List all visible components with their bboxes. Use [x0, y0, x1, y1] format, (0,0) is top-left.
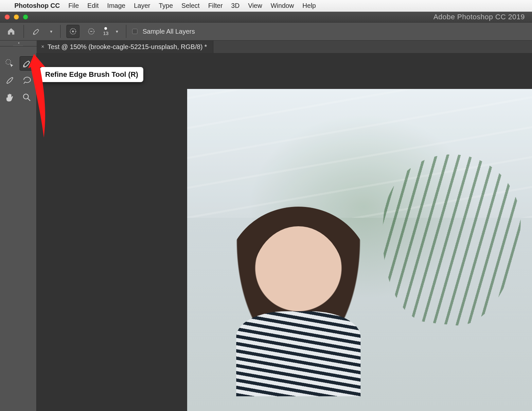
menu-edit[interactable]: Edit	[87, 2, 98, 9]
svg-point-3	[23, 94, 28, 99]
sidebar-collapse-handle[interactable]: ‹‹	[0, 41, 37, 46]
options-bar: ▾ 13 ▾ Sample All Layers	[0, 22, 532, 41]
tooltip-text: Refine Edge Brush Tool (R)	[45, 70, 138, 78]
document-tab-label: Test @ 150% (brooke-cagle-52215-unsplash…	[47, 43, 207, 51]
document-image	[187, 89, 532, 411]
svg-point-2	[6, 60, 10, 64]
menu-view[interactable]: View	[248, 2, 262, 9]
menu-filter[interactable]: Filter	[208, 2, 222, 9]
canvas-area[interactable]	[37, 53, 532, 411]
tool-preset-dropdown-icon[interactable]: ▾	[48, 29, 54, 34]
chevron-left-icon: ‹‹	[18, 41, 19, 45]
menu-window[interactable]: Window	[271, 2, 294, 9]
document-tab-bar: × Test @ 150% (brooke-cagle-52215-unspla…	[37, 41, 532, 53]
document-tab[interactable]: × Test @ 150% (brooke-cagle-52215-unspla…	[37, 41, 213, 53]
zoom-tool-button[interactable]	[20, 90, 34, 105]
divider	[24, 25, 24, 38]
refine-edge-brush-tool-button[interactable]	[20, 56, 34, 71]
close-tab-icon[interactable]: ×	[41, 44, 44, 50]
tool-sidebar	[0, 53, 37, 411]
window-titlebar: Adobe Photoshop CC 2019	[0, 12, 532, 22]
menu-file[interactable]: File	[68, 2, 79, 9]
hand-tool-button[interactable]	[3, 90, 17, 105]
divider	[126, 25, 126, 38]
divider	[60, 25, 61, 38]
macos-menubar: Photoshop CC File Edit Image Layer Type …	[0, 0, 532, 12]
quick-selection-tool-button[interactable]	[3, 56, 17, 71]
menu-image[interactable]: Image	[107, 2, 126, 9]
grip-icon	[13, 45, 23, 46]
current-tool-icon[interactable]	[30, 25, 43, 38]
app-name[interactable]: Photoshop CC	[14, 2, 60, 9]
menu-help[interactable]: Help	[302, 2, 316, 9]
brush-tool-button[interactable]	[3, 73, 17, 88]
sample-all-layers-label: Sample All Layers	[143, 28, 195, 35]
window-minimize-button[interactable]	[14, 14, 19, 20]
sample-all-layers-checkbox[interactable]	[132, 29, 137, 34]
menu-type[interactable]: Type	[159, 2, 173, 9]
brush-dot-icon	[104, 27, 107, 30]
menu-3d[interactable]: 3D	[231, 2, 240, 9]
home-button[interactable]	[5, 25, 18, 38]
menu-select[interactable]: Select	[182, 2, 200, 9]
brush-picker-dropdown-icon[interactable]: ▾	[114, 29, 120, 34]
window-close-button[interactable]	[5, 14, 10, 20]
subtract-from-selection-button[interactable]	[85, 25, 98, 38]
brush-size-preview[interactable]: 13	[103, 27, 109, 36]
lasso-tool-button[interactable]	[20, 73, 34, 88]
menu-layer[interactable]: Layer	[134, 2, 150, 9]
window-maximize-button[interactable]	[23, 14, 28, 20]
add-to-selection-button[interactable]	[66, 25, 80, 38]
tooltip: Refine Edge Brush Tool (R)	[40, 67, 143, 82]
brush-size-value: 13	[103, 30, 109, 36]
window-title: Adobe Photoshop CC 2019	[434, 13, 527, 21]
